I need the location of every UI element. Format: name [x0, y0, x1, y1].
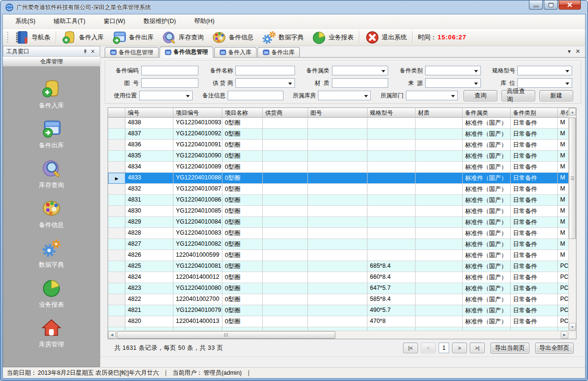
- table-cell[interactable]: 0型圈: [222, 261, 263, 272]
- table-cell[interactable]: [308, 261, 368, 272]
- table-cell[interactable]: YG12204010091: [173, 140, 222, 151]
- table-cell[interactable]: 0型圈: [222, 118, 263, 129]
- table-cell[interactable]: M: [558, 228, 568, 239]
- table-cell[interactable]: 0型圈: [222, 250, 263, 261]
- table-cell[interactable]: [368, 118, 416, 129]
- table-cell[interactable]: 日常备件: [511, 129, 558, 140]
- table-cell[interactable]: 0型圈: [222, 184, 263, 195]
- table-cell[interactable]: [416, 261, 463, 272]
- table-cell[interactable]: 4825: [125, 261, 173, 272]
- tab[interactable]: 备件信息管理: [105, 47, 159, 57]
- table-row[interactable]: 4834YG122040100890型圈标准件（国产）日常备件M: [108, 162, 568, 173]
- table-cell[interactable]: 日常备件: [511, 316, 558, 327]
- form-dropdown[interactable]: [139, 91, 193, 100]
- row-selector[interactable]: [108, 195, 125, 206]
- table-cell[interactable]: 4829: [125, 217, 173, 228]
- table-cell[interactable]: 0型圈: [222, 195, 263, 206]
- table-cell[interactable]: [263, 206, 308, 217]
- table-cell[interactable]: 0型圈: [222, 151, 263, 162]
- table-cell[interactable]: 4827: [125, 239, 173, 250]
- table-cell[interactable]: 日常备件: [511, 140, 558, 151]
- table-row[interactable]: 482612204010005990型圈标准件（国产）日常备件M: [108, 250, 568, 261]
- vertical-scrollbar[interactable]: ▲ ▼: [568, 108, 576, 331]
- table-cell[interactable]: 1220401002700: [173, 294, 222, 305]
- row-selector[interactable]: [108, 206, 125, 217]
- table-cell[interactable]: M: [558, 184, 568, 195]
- table-cell[interactable]: 日常备件: [511, 305, 558, 316]
- table-cell[interactable]: M: [558, 195, 568, 206]
- table-cell[interactable]: [308, 173, 368, 184]
- table-cell[interactable]: [263, 173, 308, 184]
- column-header[interactable]: 项目名称: [222, 108, 263, 118]
- table-cell[interactable]: [416, 283, 463, 294]
- row-selector[interactable]: [108, 184, 125, 195]
- column-header[interactable]: 备件类别: [511, 108, 558, 118]
- table-cell[interactable]: [558, 327, 568, 331]
- table-cell[interactable]: YG12204010090: [173, 151, 222, 162]
- table-cell[interactable]: 日常备件: [511, 151, 558, 162]
- table-cell[interactable]: [308, 206, 368, 217]
- table-cell[interactable]: [416, 327, 463, 331]
- table-cell[interactable]: [308, 294, 368, 305]
- table-cell[interactable]: 标准件（国产）: [463, 184, 511, 195]
- table-cell[interactable]: 4831: [125, 195, 173, 206]
- row-selector[interactable]: [108, 140, 125, 151]
- table-cell[interactable]: [368, 173, 416, 184]
- row-selector[interactable]: [108, 305, 125, 316]
- table-cell[interactable]: 4826: [125, 250, 173, 261]
- table-row[interactable]: 4821YG122040100790型圈490*5.7标准件（国产）日常备件PC: [108, 305, 568, 316]
- selected-row-marker[interactable]: ▶: [108, 173, 125, 184]
- table-cell[interactable]: 日常备件: [511, 173, 558, 184]
- table-cell[interactable]: 4823: [125, 283, 173, 294]
- toolbar-button[interactable]: 导航条: [11, 29, 54, 46]
- table-row[interactable]: 4831YG122040100860型圈标准件（国产）日常备件M: [108, 195, 568, 206]
- table-row[interactable]: 482012204014000130型圈470*8标准件（国产）日常备件PC: [108, 316, 568, 327]
- table-cell[interactable]: 日常备件: [511, 118, 558, 129]
- table-cell[interactable]: 日常备件: [511, 228, 558, 239]
- table-cell[interactable]: 0型圈: [222, 283, 263, 294]
- table-cell[interactable]: 标准件（国产）: [463, 294, 511, 305]
- tab-close-icon[interactable]: ✕: [576, 48, 580, 55]
- table-cell[interactable]: 4820: [125, 316, 173, 327]
- table-cell[interactable]: [416, 173, 463, 184]
- menu-item[interactable]: 系统(S): [10, 15, 41, 27]
- table-cell[interactable]: 0型圈: [222, 140, 263, 151]
- table-cell[interactable]: [416, 228, 463, 239]
- table-cell[interactable]: [416, 206, 463, 217]
- table-cell[interactable]: 日常备件: [511, 217, 558, 228]
- table-cell[interactable]: [308, 228, 368, 239]
- table-cell[interactable]: YG12204010083: [173, 228, 222, 239]
- row-selector[interactable]: [108, 217, 125, 228]
- toolbar-button[interactable]: 备件信息: [208, 29, 257, 46]
- tab-overflow-icon[interactable]: ▾: [568, 48, 571, 55]
- table-cell[interactable]: [368, 206, 416, 217]
- table-cell[interactable]: YG12204010084: [173, 217, 222, 228]
- table-cell[interactable]: [263, 129, 308, 140]
- table-cell[interactable]: YG12204010089: [173, 162, 222, 173]
- table-cell[interactable]: 0型圈: [222, 217, 263, 228]
- table-cell[interactable]: [416, 184, 463, 195]
- toolbar-button[interactable]: 退出系统: [361, 29, 411, 46]
- table-cell[interactable]: [308, 184, 368, 195]
- export-current-page-button[interactable]: 导出当前页: [490, 343, 529, 354]
- table-cell[interactable]: YG12204010080: [173, 283, 222, 294]
- table-cell[interactable]: [263, 327, 308, 331]
- scroll-up-icon[interactable]: ▲: [569, 108, 576, 116]
- table-cell[interactable]: 标准件（国产）: [463, 228, 511, 239]
- table-cell[interactable]: 4838: [125, 118, 173, 129]
- table-cell[interactable]: 4834: [125, 162, 173, 173]
- table-cell[interactable]: 标准件（国产）: [463, 239, 511, 250]
- table-cell[interactable]: 0型圈: [222, 129, 263, 140]
- table-cell[interactable]: [263, 316, 308, 327]
- table-cell[interactable]: M: [558, 250, 568, 261]
- column-header[interactable]: 供货商: [263, 108, 308, 118]
- table-cell[interactable]: [263, 184, 308, 195]
- table-cell[interactable]: YG12204010086: [173, 195, 222, 206]
- scroll-right-icon[interactable]: ▶: [561, 331, 568, 339]
- table-cell[interactable]: 0型圈: [222, 228, 263, 239]
- table-cell[interactable]: 标准件（国产）: [463, 162, 511, 173]
- tab[interactable]: 备件出库: [257, 47, 300, 57]
- table-cell[interactable]: [308, 272, 368, 283]
- table-cell[interactable]: [263, 228, 308, 239]
- form-text-input[interactable]: [235, 66, 295, 75]
